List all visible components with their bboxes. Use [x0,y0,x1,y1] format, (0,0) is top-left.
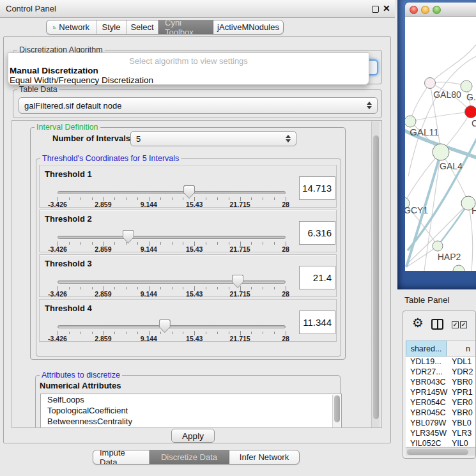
tab-network[interactable]: Network [47,20,96,34]
tick-mark [183,332,183,334]
tab-impute-data[interactable]: Impute Data [93,450,150,464]
node-hap2[interactable] [433,241,443,251]
table-row[interactable]: YER054CYER0 [406,397,476,408]
node-partial-bottom[interactable] [453,265,464,271]
numerical-attributes-list[interactable]: SelfLoops TopologicalCoefficient Between… [40,394,342,428]
threshold-1-slider-track[interactable] [58,191,286,194]
tab-discretize-data[interactable]: Discretize Data [150,450,229,464]
node-gal11[interactable] [405,116,416,127]
tab-select[interactable]: Select [127,20,158,34]
cell: YBR0 [447,408,473,417]
node-gal4[interactable] [433,144,449,160]
list-scrollbar-thumb[interactable] [334,395,340,422]
settings-viewport: Interval Definition Number of Intervals … [12,120,382,428]
table-row[interactable]: YBR043CYBR0 [406,377,476,387]
float-window-icon[interactable] [372,6,379,13]
threshold-1-panel: Threshold 1 -3.426 2.859 9.144 15.43 21.… [39,165,337,208]
tick-mark [229,332,229,334]
table-row[interactable]: YBR045CYBR0 [406,408,476,418]
tick-mark [126,197,127,200]
network-icon [53,23,56,32]
node-red-selected[interactable] [465,106,476,118]
table-horizontal-scrollbar-thumb[interactable] [407,449,468,455]
tick-mark [183,242,183,245]
tick-label: 28 [282,335,289,342]
tick-mark [251,242,252,245]
threshold-4-panel: Threshold 4 -3.426 2.859 9.144 15.43 21.… [39,299,337,342]
table-horizontal-scrollbar[interactable] [406,447,476,456]
cell: YBL079W [406,418,447,427]
threshold-2-slider-track[interactable] [58,236,286,239]
option-manual-discretization[interactable]: Manual Discretization [10,66,98,75]
table-row[interactable]: YDL19...YDL1 [406,357,476,367]
cell: YIL0 [447,439,468,447]
tab-infer-network[interactable]: Infer Network [229,450,299,464]
list-scrollbar[interactable] [332,395,341,428]
table-row[interactable]: YBL079WYBL0 [406,418,476,428]
network-window-titlebar[interactable] [405,3,476,17]
list-item[interactable]: TopologicalCoefficient [41,405,341,416]
tick-label: -3.426 [48,245,67,253]
tick-label: 21.715 [230,290,250,298]
node-label: H [472,206,476,216]
tick-mark [172,287,173,289]
threshold-1-value-field[interactable]: 14.713 [299,176,335,200]
number-of-intervals-combobox[interactable]: 5 [130,131,296,146]
checkbox-icon[interactable]: ✓ [460,321,467,328]
threshold-4-value-field[interactable]: 11.344 [299,311,335,334]
tick-mark [206,332,206,334]
node-gal80[interactable] [425,78,436,89]
threshold-2-value-field[interactable]: 6.316 [299,221,335,245]
node-partial-g[interactable] [461,81,472,92]
threshold-3-slider-track[interactable] [58,280,286,284]
threshold-3-label: Threshold 3 [45,259,92,268]
settings-scrollbar[interactable] [371,121,380,427]
tick-label: 28 [282,245,289,253]
table-data-title: Table Data [17,85,59,94]
cell: YLR345W [406,429,447,438]
tab-cyni-toolbox[interactable]: Cyni Toolbox [158,20,213,34]
zoom-traffic-light-icon[interactable] [433,6,441,14]
tab-cyni-toolbox-label: Cyni Toolbox [165,20,206,35]
minimize-traffic-light-icon[interactable] [421,6,429,14]
gear-icon[interactable]: ⚙ [412,316,424,329]
threshold-4-slider-track[interactable] [58,325,286,328]
cell: YDL19... [406,357,447,366]
table-row[interactable]: YDR27...YDR2 [406,367,476,377]
tick-mark [126,242,127,245]
table-data-combobox[interactable]: galFiltered.sif default node [19,97,378,114]
close-icon[interactable]: ✕ [383,3,390,13]
cell: YER0 [447,398,473,407]
thresholds-title: Threshold's Coordinates for 5 Intervals [40,154,181,163]
split-columns-icon[interactable] [431,319,443,330]
table-header-row: shared... n [406,341,476,357]
tick-mark [81,197,81,200]
tab-jactivemnodules[interactable]: jActiveMNodules [213,20,283,34]
close-traffic-light-icon[interactable] [410,6,418,14]
tick-label: 2.859 [95,201,111,208]
threshold-3-value-field[interactable]: 21.4 [299,266,335,289]
list-item[interactable]: SelfLoops [41,394,341,405]
table-row[interactable]: YPR145WYPR1 [406,387,476,397]
checkbox-icon[interactable]: ✓ [452,321,459,328]
settings-scrollbar-thumb[interactable] [373,135,379,419]
list-item[interactable]: BetweennessCentrality [41,416,341,427]
threshold-4-label: Threshold 4 [45,303,92,313]
column-header-name[interactable]: n [447,341,476,357]
table-rows: YDL19...YDL1 YDR27...YDR2 YBR043CYBR0 YP… [406,357,476,447]
tick-mark [92,197,93,200]
tick-mark [81,242,81,245]
tab-style[interactable]: Style [96,20,127,34]
network-canvas[interactable]: GAL80 G. C GAL11 GAL4 GCY1 H HAP2 [405,17,476,271]
column-header-shared-name[interactable]: shared... [406,341,447,357]
network-graph: GAL80 G. C GAL11 GAL4 GCY1 H HAP2 [405,17,476,271]
tick-mark [251,287,252,289]
apply-button[interactable]: Apply [171,429,215,443]
tick-mark [114,332,115,334]
table-row[interactable]: YLR345WYLR3 [406,428,476,438]
table-row[interactable]: YIL052CYIL0 [406,438,476,447]
tab-jactivemnodules-label: jActiveMNodules [217,22,279,32]
option-equal-width-frequency[interactable]: Equal Width/Frequency Discretization [10,75,153,85]
tick-mark [114,197,115,200]
panel-title: Control Panel [6,4,56,13]
